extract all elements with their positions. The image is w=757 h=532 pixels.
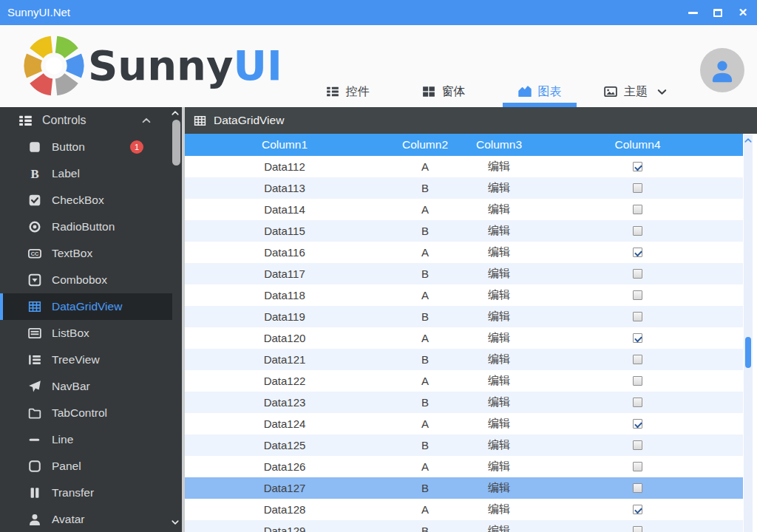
tab-forms[interactable]: 窗体 — [396, 76, 492, 107]
cell-column1: Data115 — [185, 220, 384, 242]
cell-edit-button[interactable]: 编辑 — [466, 349, 532, 370]
sidebar-item-label[interactable]: BLabel — [0, 160, 172, 187]
sidebar-item-datagridview[interactable]: DataGridView — [0, 293, 172, 320]
checkbox[interactable] — [633, 505, 642, 514]
sidebar-item-line[interactable]: Line — [0, 426, 172, 453]
table-row[interactable]: Data124A编辑 — [185, 413, 743, 434]
tab-controls[interactable]: 控件 — [299, 76, 396, 107]
cell-column1: Data121 — [185, 349, 384, 370]
cell-edit-button[interactable]: 编辑 — [466, 220, 532, 242]
checkbox[interactable] — [633, 483, 642, 493]
checkbox[interactable] — [633, 419, 642, 429]
sidebar-item-textbox[interactable]: CCTextBox — [0, 240, 172, 267]
cell-edit-button[interactable]: 编辑 — [466, 242, 532, 263]
tab-themes[interactable]: 主题 — [588, 76, 684, 107]
checkbox[interactable] — [633, 526, 642, 532]
table-row[interactable]: Data127B编辑 — [185, 477, 743, 499]
checkbox[interactable] — [633, 269, 642, 279]
checkbox[interactable] — [633, 183, 642, 193]
checkbox[interactable] — [633, 376, 642, 386]
cell-column1: Data127 — [185, 477, 384, 499]
sidebar-item-listbox[interactable]: ListBox — [0, 320, 172, 347]
table-row[interactable]: Data117B编辑 — [185, 263, 743, 284]
sidebar-scrollbar-thumb[interactable] — [172, 120, 180, 166]
sidebar-item-navbar[interactable]: NavBar — [0, 373, 172, 400]
sidebar-item-tabcontrol[interactable]: TabControl — [0, 400, 172, 426]
checkbox[interactable] — [633, 312, 642, 321]
column-header-4[interactable]: Column4 — [532, 134, 743, 156]
cell-edit-button[interactable]: 编辑 — [466, 284, 532, 306]
table-row[interactable]: Data113B编辑 — [185, 177, 743, 199]
table-row[interactable]: Data123B编辑 — [185, 392, 743, 413]
close-button[interactable]: ✕ — [736, 6, 750, 19]
checkbox[interactable] — [633, 333, 642, 343]
checkbox[interactable] — [633, 290, 642, 300]
table-row[interactable]: Data116A编辑 — [185, 242, 743, 263]
column-header-2[interactable]: Column2 — [384, 134, 466, 156]
cell-column2: A — [384, 284, 466, 306]
table-row[interactable]: Data112A编辑 — [185, 156, 743, 177]
table-row[interactable]: Data128A编辑 — [185, 499, 743, 520]
cell-column4 — [532, 349, 743, 370]
checkbox[interactable] — [633, 226, 642, 236]
table-row[interactable]: Data129B编辑 — [185, 520, 743, 532]
checkbox[interactable] — [633, 162, 642, 171]
cell-edit-button[interactable]: 编辑 — [466, 177, 532, 199]
table-row[interactable]: Data125B编辑 — [185, 434, 743, 456]
cell-edit-button[interactable]: 编辑 — [466, 456, 532, 477]
checkbox[interactable] — [633, 398, 642, 407]
cell-edit-button[interactable]: 编辑 — [466, 199, 532, 220]
cell-column4 — [532, 392, 743, 413]
chevron-down-icon[interactable] — [656, 86, 668, 98]
cell-edit-button[interactable]: 编辑 — [466, 156, 532, 177]
table-row[interactable]: Data122A编辑 — [185, 370, 743, 392]
table-row[interactable]: Data120A编辑 — [185, 327, 743, 349]
cell-edit-button[interactable]: 编辑 — [466, 370, 532, 392]
table-row[interactable]: Data119B编辑 — [185, 306, 743, 327]
window-titlebar[interactable]: SunnyUI.Net ✕ — [0, 0, 757, 25]
sidebar-item-panel[interactable]: Panel — [0, 453, 172, 480]
column-header-3[interactable]: Column3 — [466, 134, 532, 156]
checkbox[interactable] — [633, 462, 642, 471]
sidebar-item-combobox[interactable]: Combobox — [0, 267, 172, 293]
table-row[interactable]: Data126A编辑 — [185, 456, 743, 477]
cell-edit-button[interactable]: 编辑 — [466, 306, 532, 327]
tab-charts[interactable]: 图表 — [492, 76, 588, 107]
sidebar-item-avatar[interactable]: Avatar — [0, 506, 172, 532]
cell-edit-button[interactable]: 编辑 — [466, 392, 532, 413]
avatar[interactable] — [700, 48, 744, 92]
cell-edit-button[interactable]: 编辑 — [466, 263, 532, 284]
sidebar-item-checkbox[interactable]: CheckBox — [0, 187, 172, 214]
grid-scrollbar-thumb[interactable] — [745, 337, 751, 368]
scroll-up-icon[interactable] — [170, 109, 180, 117]
sidebar-item-button[interactable]: Button1 — [0, 134, 172, 160]
cell-edit-button[interactable]: 编辑 — [466, 477, 532, 499]
table-row[interactable]: Data118A编辑 — [185, 284, 743, 306]
table-row[interactable]: Data121B编辑 — [185, 349, 743, 370]
sidebar-item-treeview[interactable]: TreeView — [0, 347, 172, 373]
checkbox[interactable] — [633, 248, 642, 257]
table-row[interactable]: Data115B编辑 — [185, 220, 743, 242]
scroll-up-icon[interactable] — [743, 136, 753, 145]
column-header-1[interactable]: Column1 — [185, 134, 384, 156]
sidebar-item-radiobutton[interactable]: RadioButton — [0, 214, 172, 240]
cell-edit-button[interactable]: 编辑 — [466, 434, 532, 456]
chevron-up-icon[interactable] — [141, 115, 152, 126]
grid-scrollbar[interactable] — [744, 134, 753, 532]
checkbox[interactable] — [633, 440, 642, 450]
sidebar-item-label: Label — [52, 160, 80, 187]
cell-edit-button[interactable]: 编辑 — [466, 520, 532, 532]
cell-column4 — [532, 263, 743, 284]
checkbox[interactable] — [633, 205, 642, 214]
scroll-down-icon[interactable] — [170, 518, 180, 527]
cell-column4 — [532, 220, 743, 242]
maximize-button[interactable] — [711, 6, 724, 19]
cell-edit-button[interactable]: 编辑 — [466, 499, 532, 520]
minimize-button[interactable] — [686, 6, 699, 19]
sidebar-header-controls[interactable]: Controls — [0, 107, 172, 134]
table-row[interactable]: Data114A编辑 — [185, 199, 743, 220]
cell-edit-button[interactable]: 编辑 — [466, 413, 532, 434]
checkbox[interactable] — [633, 355, 642, 364]
cell-edit-button[interactable]: 编辑 — [466, 327, 532, 349]
sidebar-item-transfer[interactable]: Transfer — [0, 480, 172, 506]
